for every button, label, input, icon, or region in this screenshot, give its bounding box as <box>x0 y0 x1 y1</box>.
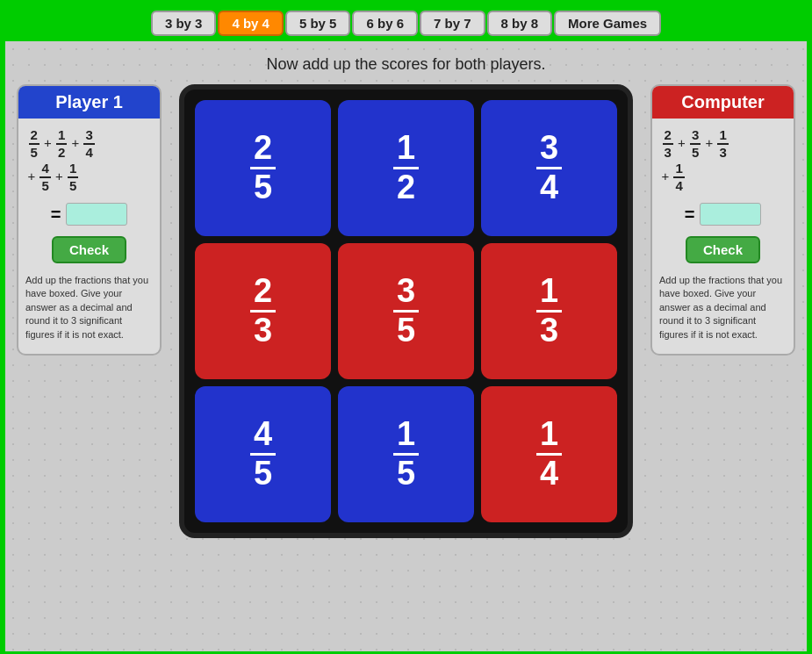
c-plus1: + <box>678 135 689 150</box>
tab-4-by-4[interactable]: 4 by 4 <box>218 11 284 36</box>
p1-frac2: 12 <box>55 135 68 150</box>
tab-5-by-5[interactable]: 5 by 5 <box>285 11 351 36</box>
grid-cell-0[interactable]: 25 <box>195 100 331 236</box>
computer-check-button[interactable]: Check <box>686 236 760 263</box>
c-frac1: 23 <box>662 135 674 150</box>
grid-cell-7[interactable]: 15 <box>338 386 474 522</box>
player1-header: Player 1 <box>18 86 160 119</box>
tab-7-by-7[interactable]: 7 by 7 <box>420 11 485 36</box>
p1-plus1: + <box>44 135 55 150</box>
game-grid: 251234233513451514 <box>179 84 633 538</box>
grid-cell-8[interactable]: 14 <box>481 386 617 522</box>
grid-cell-4[interactable]: 35 <box>338 243 474 379</box>
player1-equals: = <box>51 205 61 225</box>
computer-fractions: 23 + 35 + 13 + 14 <box>662 127 785 194</box>
grid-cell-2[interactable]: 34 <box>481 100 617 236</box>
instruction-text: Now add up the scores for both players. <box>266 55 545 74</box>
computer-panel: Computer 23 + 35 + 13 + 14 = Check Add u <box>650 84 795 356</box>
computer-answer-input[interactable] <box>700 203 761 226</box>
p1-frac1: 25 <box>28 135 40 150</box>
computer-header: Computer <box>652 86 794 119</box>
player1-panel: Player 1 25 + 12 + 34 + 45 + 15 = <box>17 84 162 356</box>
player1-answer-input[interactable] <box>66 203 127 226</box>
player1-check-button[interactable]: Check <box>52 236 126 263</box>
grid-cell-3[interactable]: 23 <box>195 243 331 379</box>
grid-cell-6[interactable]: 45 <box>195 386 331 522</box>
player1-equals-row: = <box>51 203 128 226</box>
p1-frac4: 45 <box>39 169 51 183</box>
p1-frac3: 34 <box>83 135 95 150</box>
tab-bar: 3 by 34 by 45 by 56 by 67 by 78 by 8More… <box>5 5 807 41</box>
tab-more-games[interactable]: More Games <box>554 11 661 36</box>
c-frac3: 13 <box>716 135 729 150</box>
grid-cell-1[interactable]: 12 <box>338 100 474 236</box>
p1-frac5: 15 <box>67 169 79 183</box>
player1-hint: Add up the fractions that you have boxed… <box>25 274 153 341</box>
tab-8-by-8[interactable]: 8 by 8 <box>487 11 553 36</box>
c-plus2: + <box>705 135 716 150</box>
player1-fractions: 25 + 12 + 34 + 45 + 15 <box>28 127 151 194</box>
game-grid-wrapper: 251234233513451514 <box>179 84 633 538</box>
p1-plus4: + <box>55 169 67 183</box>
computer-hint: Add up the fractions that you have boxed… <box>659 274 787 341</box>
computer-equals: = <box>685 205 695 225</box>
c-frac4: 14 <box>672 169 685 183</box>
c-frac2: 35 <box>689 135 701 150</box>
p1-plus2: + <box>71 135 83 150</box>
main-row: Player 1 25 + 12 + 34 + 45 + 15 = <box>5 84 807 538</box>
tab-6-by-6[interactable]: 6 by 6 <box>352 11 418 36</box>
content-area: Now add up the scores for both players. … <box>5 41 807 651</box>
p1-plus3: + <box>28 169 40 183</box>
grid-cell-5[interactable]: 13 <box>481 243 617 379</box>
computer-equals-row: = <box>685 203 762 226</box>
c-plus3: + <box>662 169 673 183</box>
tab-3-by-3[interactable]: 3 by 3 <box>151 11 217 36</box>
